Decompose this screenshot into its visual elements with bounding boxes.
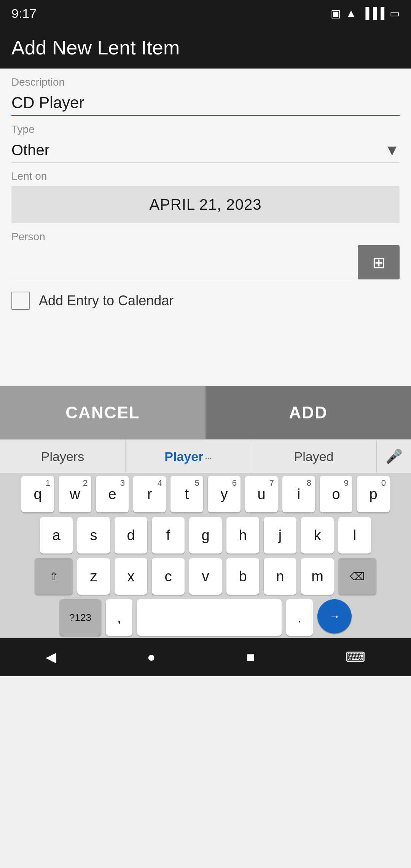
nav-back-button[interactable]: ◀ xyxy=(46,649,56,665)
nav-keyboard-button[interactable]: ⌨ xyxy=(346,649,365,665)
autocomplete-player[interactable]: Player ... xyxy=(126,440,251,473)
comma-key[interactable]: , xyxy=(106,599,132,636)
description-section: Description xyxy=(0,69,411,116)
person-row: ⊞ xyxy=(11,245,400,280)
key-t[interactable]: 5t xyxy=(170,476,203,512)
keyboard-row-3: ⇧ z x c v b n m ⌫ xyxy=(0,556,411,597)
enter-key[interactable]: → xyxy=(317,599,352,633)
key-j[interactable]: j xyxy=(264,517,296,554)
key-e[interactable]: 3e xyxy=(96,476,129,512)
autocomplete-played[interactable]: Played xyxy=(251,440,377,473)
key-b[interactable]: b xyxy=(226,558,259,595)
status-icons: ▣ ▲ ▐▐▐ ▭ xyxy=(331,7,400,20)
key-d[interactable]: d xyxy=(115,517,147,554)
space-key[interactable] xyxy=(137,599,282,636)
lent-on-label: Lent on xyxy=(11,170,400,182)
autocomplete-ellipsis: ... xyxy=(205,452,212,461)
key-u[interactable]: 7u xyxy=(245,476,278,512)
period-key[interactable]: . xyxy=(286,599,313,636)
description-input-wrapper xyxy=(11,91,400,116)
type-dropdown-row: Other Book Movie Game Music Electronics … xyxy=(11,138,400,163)
key-m[interactable]: m xyxy=(301,558,334,595)
person-contact-button[interactable]: ⊞ xyxy=(358,245,400,279)
autocomplete-players[interactable]: Players xyxy=(0,440,126,473)
person-input[interactable] xyxy=(11,255,354,280)
type-label: Type xyxy=(11,123,400,136)
wifi-icon: ▲ xyxy=(346,7,357,19)
person-label: Person xyxy=(11,231,400,243)
key-o[interactable]: 9o xyxy=(320,476,352,512)
key-k[interactable]: k xyxy=(301,517,334,554)
app-title: Add New Lent Item xyxy=(11,36,180,59)
key-n[interactable]: n xyxy=(264,558,296,595)
app-header: Add New Lent Item xyxy=(0,27,411,69)
key-g[interactable]: g xyxy=(189,517,222,554)
key-w[interactable]: 2w xyxy=(59,476,91,512)
keyboard: 1q 2w 3e 4r 5t 6y 7u 8i 9o 0p a s d f g … xyxy=(0,474,411,638)
key-p[interactable]: 0p xyxy=(357,476,390,512)
key-c[interactable]: c xyxy=(152,558,185,595)
calendar-checkbox-label: Add Entry to Calendar xyxy=(39,293,174,309)
num-switch-key[interactable]: ?123 xyxy=(59,599,101,636)
key-q[interactable]: 1q xyxy=(21,476,54,512)
keyboard-row-4: ?123 , . → xyxy=(0,597,411,638)
contacts-icon: ⊞ xyxy=(372,253,386,272)
key-s[interactable]: s xyxy=(77,517,110,554)
nav-recents-button[interactable]: ■ xyxy=(247,649,255,665)
key-i[interactable]: 8i xyxy=(282,476,315,512)
key-a[interactable]: a xyxy=(40,517,73,554)
calendar-checkbox-section: Add Entry to Calendar xyxy=(0,280,411,318)
status-bar: 9:17 ▣ ▲ ▐▐▐ ▭ xyxy=(0,0,411,27)
type-section: Type Other Book Movie Game Music Electro… xyxy=(0,116,411,163)
type-select[interactable]: Other Book Movie Game Music Electronics … xyxy=(11,138,400,163)
action-buttons: CANCEL ADD xyxy=(0,386,411,439)
key-v[interactable]: v xyxy=(189,558,222,595)
status-time: 9:17 xyxy=(11,6,37,21)
key-l[interactable]: l xyxy=(338,517,371,554)
description-input[interactable] xyxy=(11,91,400,115)
description-label: Description xyxy=(11,76,400,88)
key-x[interactable]: x xyxy=(115,558,147,595)
form-spacer xyxy=(0,318,411,386)
sim-icon: ▣ xyxy=(331,7,341,20)
shift-key[interactable]: ⇧ xyxy=(35,558,73,595)
keyboard-row-2: a s d f g h j k l xyxy=(0,515,411,556)
key-r[interactable]: 4r xyxy=(133,476,166,512)
lent-on-section: Lent on APRIL 21, 2023 xyxy=(0,163,411,223)
key-h[interactable]: h xyxy=(226,517,259,554)
key-y[interactable]: 6y xyxy=(208,476,241,512)
key-z[interactable]: z xyxy=(77,558,110,595)
keyboard-row-1: 1q 2w 3e 4r 5t 6y 7u 8i 9o 0p xyxy=(0,474,411,515)
add-button[interactable]: ADD xyxy=(206,386,411,439)
nav-bar: ◀ ● ■ ⌨ xyxy=(0,638,411,676)
microphone-button[interactable]: 🎤 xyxy=(377,448,411,464)
signal-icon: ▐▐▐ xyxy=(362,7,384,19)
key-f[interactable]: f xyxy=(152,517,185,554)
cancel-button[interactable]: CANCEL xyxy=(0,386,206,439)
calendar-checkbox[interactable] xyxy=(11,292,30,310)
nav-home-button[interactable]: ● xyxy=(147,649,156,665)
backspace-key[interactable]: ⌫ xyxy=(338,558,376,595)
person-section: Person ⊞ xyxy=(0,223,411,280)
date-picker-button[interactable]: APRIL 21, 2023 xyxy=(11,186,400,223)
autocomplete-bar: Players Player ... Played 🎤 xyxy=(0,439,411,474)
battery-icon: ▭ xyxy=(390,7,400,20)
